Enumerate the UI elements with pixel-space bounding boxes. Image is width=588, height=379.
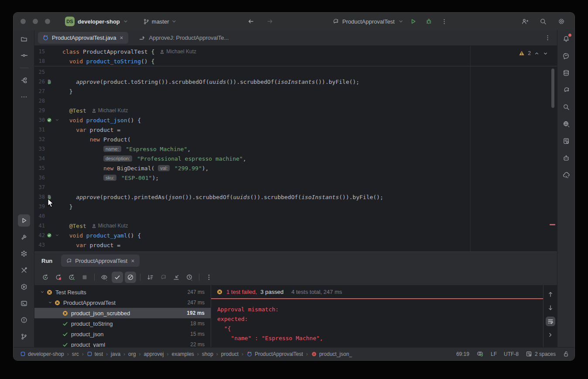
code-line[interactable]: 18 void product_toString() { (34, 56, 557, 66)
approval-icon[interactable] (45, 194, 54, 200)
test-tree-row[interactable]: Test Results247 ms (34, 287, 211, 297)
code-analysis-status-icon[interactable] (476, 350, 484, 358)
breadcrumb-item[interactable]: product (220, 351, 240, 357)
approval-icon[interactable] (45, 79, 54, 85)
code-line[interactable]: 43 var product = (34, 240, 557, 250)
code-line[interactable]: 29 @TestMichael Kutz (34, 106, 557, 115)
doc-settings-tool-icon[interactable] (560, 135, 572, 147)
test-tree-row[interactable]: ProductApprovalTest247 ms (34, 297, 211, 308)
prev-problem-icon[interactable] (534, 51, 540, 56)
code-line[interactable]: 34 description: "Professional espresso m… (34, 154, 557, 163)
tab-options-kebab-icon[interactable] (541, 32, 554, 44)
back-button[interactable] (245, 15, 257, 28)
fold-chevron-icon[interactable] (54, 233, 61, 238)
commit-tool-icon[interactable] (18, 49, 30, 62)
breadcrumb-item[interactable]: src (71, 351, 80, 357)
code-line[interactable]: 35 new BigDecimal( val: "299.99"), (34, 163, 557, 173)
more-tools-tool-icon[interactable] (18, 91, 30, 103)
rerun-button[interactable] (40, 272, 51, 283)
breadcrumb-item[interactable]: developer-shop (19, 351, 65, 357)
sort-duration-button[interactable] (144, 272, 156, 283)
fold-chevron-icon[interactable] (54, 117, 61, 123)
ai-assistant-tool-icon[interactable] (560, 50, 572, 62)
indent-widget[interactable]: 2 spaces (526, 351, 556, 357)
breadcrumb-item[interactable]: ProductApprovalTest (245, 351, 304, 357)
settings-tool-icon[interactable] (555, 15, 567, 28)
tools-tool-icon[interactable] (18, 264, 30, 276)
code-line[interactable]: 26 approve(product.toString()).scrubbedO… (34, 77, 557, 86)
code-line[interactable]: 39 } (34, 202, 557, 211)
code-line[interactable]: 37 (34, 183, 557, 192)
expand-chevron-icon[interactable] (39, 289, 46, 295)
tab-approvej[interactable]: ApproveJ: ProductApprovalTe... (134, 32, 233, 44)
code-line[interactable]: 27 } (34, 86, 557, 96)
code-line[interactable]: 33 name: "Espresso Machine", (34, 144, 557, 154)
build-tool-icon[interactable] (18, 231, 30, 243)
branch-widget[interactable]: master (143, 18, 177, 25)
run-tab[interactable]: ProductApprovalTest (61, 255, 140, 267)
breadcrumb-item[interactable]: test (85, 351, 104, 357)
error-stripe-mark[interactable] (550, 224, 555, 225)
breadcrumb-item[interactable]: java (109, 351, 122, 357)
code-line[interactable]: 30 void product_json() { (34, 115, 557, 125)
terminal-tool-icon[interactable] (18, 297, 30, 310)
services-tool-icon[interactable] (18, 248, 30, 260)
next-problem-icon[interactable] (543, 51, 548, 56)
debug-button[interactable] (423, 15, 435, 28)
breadcrumb-item[interactable]: org (127, 351, 137, 357)
project-tool-icon[interactable] (18, 33, 30, 45)
test-pass-icon[interactable] (45, 117, 54, 123)
code-line[interactable]: 32 new Product( (34, 134, 557, 144)
notifications-tool-icon[interactable] (560, 33, 572, 45)
soft-wrap-button[interactable] (546, 317, 555, 326)
robot-tool-icon[interactable] (560, 152, 572, 164)
run-configuration-name[interactable]: ProductApprovalTest (342, 18, 395, 25)
more-run-options-button[interactable] (438, 15, 451, 28)
breadcrumb-item[interactable]: shop (201, 351, 215, 357)
maximize-window-button[interactable] (45, 19, 50, 24)
close-window-button[interactable] (21, 19, 26, 24)
breadcrumb-item[interactable]: product_json_ (310, 351, 353, 357)
code-line[interactable]: 15class ProductApprovalTest {Michael Kut… (34, 47, 557, 56)
show-passed-button[interactable] (112, 272, 123, 283)
show-ignored-button[interactable] (125, 272, 136, 283)
test-tree-row[interactable]: product_json15 ms (34, 329, 211, 339)
import-results-button[interactable] (171, 272, 182, 283)
test-tree-row[interactable]: product_yaml22 ms (34, 339, 211, 347)
test-tree-row[interactable]: product_toString18 ms (34, 318, 211, 329)
code-editor[interactable]: 15class ProductApprovalTest {Michael Kut… (34, 46, 557, 252)
tab-productapprovaltest-java[interactable]: ProductApprovalTest.java (38, 32, 128, 44)
inspections-widget[interactable]: 2 (517, 49, 550, 57)
rerun-failed-button[interactable] (53, 272, 64, 283)
code-line[interactable]: 42 void product_yaml() { (34, 231, 557, 240)
structure-tool-icon[interactable] (18, 74, 30, 86)
line-separator-widget[interactable]: LF (491, 351, 497, 357)
cursor-position-widget[interactable]: 69:19 (456, 351, 469, 357)
problems-tool-icon[interactable] (18, 314, 30, 326)
arrow-up-button[interactable] (546, 289, 555, 299)
services-play-tool-icon[interactable] (18, 281, 30, 293)
expand-chevron-icon[interactable] (47, 300, 54, 305)
find-tool-icon[interactable] (560, 101, 572, 113)
chevron-right-button[interactable] (546, 330, 555, 340)
web-search-tool-icon[interactable] (560, 118, 572, 130)
chevron-down-icon[interactable] (398, 19, 403, 24)
code-line[interactable]: 36 sku: "ESP-001"); (34, 173, 557, 183)
git-branch-tool-icon[interactable] (18, 331, 30, 343)
encoding-widget[interactable]: UTF-8 (504, 351, 519, 357)
stop-button[interactable] (79, 272, 90, 283)
close-tab-icon[interactable] (119, 35, 124, 40)
gradle-tool-icon[interactable] (560, 84, 572, 96)
rerun-tests-button[interactable] (66, 272, 77, 283)
code-line[interactable]: 38 approve(product).printedAs(json()).sc… (34, 192, 557, 202)
console-output[interactable]: Approval mismatch: expected: "{ "name" :… (211, 299, 543, 347)
test-pass-icon[interactable] (45, 232, 54, 238)
test-tree-row[interactable]: product_json_scrubbed192 ms (34, 308, 211, 318)
code-line[interactable]: 28 (34, 96, 557, 106)
code-line[interactable]: 25 (34, 67, 557, 77)
run-button[interactable] (407, 15, 419, 28)
code-line[interactable]: 31 var product = (34, 125, 557, 134)
database-tool-icon[interactable] (560, 67, 572, 79)
editor-scrollbar[interactable] (551, 69, 554, 108)
close-tab-icon[interactable] (130, 258, 135, 263)
